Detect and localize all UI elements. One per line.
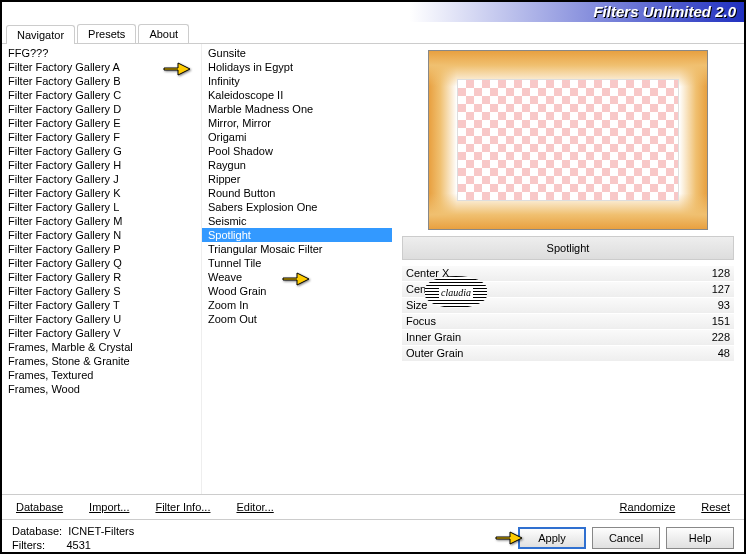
filter-item[interactable]: Wood Grain — [202, 284, 392, 298]
apply-button[interactable]: Apply — [518, 527, 586, 549]
status-filters-count: Filters: 4531 — [12, 538, 512, 552]
editor-link[interactable]: Editor... — [232, 499, 277, 515]
category-item[interactable]: Filter Factory Gallery B — [2, 74, 201, 88]
category-item[interactable]: Filter Factory Gallery H — [2, 158, 201, 172]
filter-item[interactable]: Infinity — [202, 74, 392, 88]
category-item[interactable]: Filter Factory Gallery N — [2, 228, 201, 242]
watermark-stamp: claudia — [425, 276, 487, 308]
parameter-value: 93 — [718, 299, 730, 311]
category-item[interactable]: Frames, Wood — [2, 382, 201, 396]
parameter-row[interactable]: Inner Grain228 — [402, 330, 734, 345]
parameter-row[interactable]: Outer Grain48 — [402, 346, 734, 361]
filter-item[interactable]: Holidays in Egypt — [202, 60, 392, 74]
link-bar: Database Import... Filter Info... Editor… — [2, 494, 744, 519]
category-item[interactable]: Frames, Marble & Crystal — [2, 340, 201, 354]
filter-item[interactable]: Kaleidoscope II — [202, 88, 392, 102]
filter-item[interactable]: Zoom Out — [202, 312, 392, 326]
filter-item[interactable]: Pool Shadow — [202, 144, 392, 158]
category-item[interactable]: Frames, Textured — [2, 368, 201, 382]
cancel-button[interactable]: Cancel — [592, 527, 660, 549]
filter-item[interactable]: Weave — [202, 270, 392, 284]
parameter-value: 228 — [712, 331, 730, 343]
status-bar: Database: ICNET-Filters Filters: 4531 Ap… — [2, 519, 744, 554]
category-item[interactable]: Frames, Stone & Granite — [2, 354, 201, 368]
filter-item[interactable]: Gunsite — [202, 46, 392, 60]
database-link[interactable]: Database — [12, 499, 67, 515]
right-panel: Spotlight Center X128Center Y127Size93Fo… — [392, 44, 744, 494]
tab-strip: Navigator Presets About — [2, 24, 744, 44]
tab-navigator[interactable]: Navigator — [6, 25, 75, 44]
category-item[interactable]: Filter Factory Gallery F — [2, 130, 201, 144]
parameter-value: 48 — [718, 347, 730, 359]
parameter-value: 151 — [712, 315, 730, 327]
filter-item[interactable]: Seismic — [202, 214, 392, 228]
category-item[interactable]: Filter Factory Gallery L — [2, 200, 201, 214]
filter-item[interactable]: Triangular Mosaic Filter — [202, 242, 392, 256]
parameter-label: Inner Grain — [406, 331, 461, 343]
category-item[interactable]: Filter Factory Gallery P — [2, 242, 201, 256]
title-bar: Filters Unlimited 2.0 — [2, 2, 744, 22]
status-database: Database: ICNET-Filters — [12, 524, 512, 538]
filter-item[interactable]: Spotlight — [202, 228, 392, 242]
parameter-label: Outer Grain — [406, 347, 463, 359]
category-item[interactable]: Filter Factory Gallery D — [2, 102, 201, 116]
category-item[interactable]: FFG??? — [2, 46, 201, 60]
category-item[interactable]: Filter Factory Gallery Q — [2, 256, 201, 270]
category-item[interactable]: Filter Factory Gallery M — [2, 214, 201, 228]
filter-item[interactable]: Zoom In — [202, 298, 392, 312]
current-filter-name: Spotlight — [403, 242, 733, 254]
category-item[interactable]: Filter Factory Gallery E — [2, 116, 201, 130]
filter-item[interactable]: Tunnel Tile — [202, 256, 392, 270]
category-item[interactable]: Filter Factory Gallery V — [2, 326, 201, 340]
category-item[interactable]: Filter Factory Gallery G — [2, 144, 201, 158]
filter-item[interactable]: Marble Madness One — [202, 102, 392, 116]
randomize-link[interactable]: Randomize — [616, 499, 680, 515]
category-item[interactable]: Filter Factory Gallery C — [2, 88, 201, 102]
category-item[interactable]: Filter Factory Gallery A — [2, 60, 201, 74]
tab-presets[interactable]: Presets — [77, 24, 136, 43]
parameter-label: Size — [406, 299, 427, 311]
parameter-value: 128 — [712, 267, 730, 279]
category-item[interactable]: Filter Factory Gallery J — [2, 172, 201, 186]
filter-list[interactable]: GunsiteHolidays in EgyptInfinityKaleidos… — [202, 44, 392, 494]
tab-about[interactable]: About — [138, 24, 189, 43]
filter-name-bar: Spotlight — [402, 236, 734, 260]
category-item[interactable]: Filter Factory Gallery K — [2, 186, 201, 200]
parameter-row[interactable]: Focus151 — [402, 314, 734, 329]
help-button[interactable]: Help — [666, 527, 734, 549]
category-item[interactable]: Filter Factory Gallery S — [2, 284, 201, 298]
category-item[interactable]: Filter Factory Gallery R — [2, 270, 201, 284]
filter-item[interactable]: Mirror, Mirror — [202, 116, 392, 130]
app-title: Filters Unlimited 2.0 — [593, 3, 736, 20]
filter-info-link[interactable]: Filter Info... — [151, 499, 214, 515]
filter-item[interactable]: Origami — [202, 130, 392, 144]
filter-item[interactable]: Ripper — [202, 172, 392, 186]
import-link[interactable]: Import... — [85, 499, 133, 515]
category-item[interactable]: Filter Factory Gallery U — [2, 312, 201, 326]
category-item[interactable]: Filter Factory Gallery T — [2, 298, 201, 312]
category-list[interactable]: FFG???Filter Factory Gallery AFilter Fac… — [2, 44, 202, 494]
parameter-label: Focus — [406, 315, 436, 327]
preview-checker — [457, 79, 679, 201]
main-area: FFG???Filter Factory Gallery AFilter Fac… — [2, 44, 744, 494]
reset-link[interactable]: Reset — [697, 499, 734, 515]
filter-item[interactable]: Raygun — [202, 158, 392, 172]
preview-image — [428, 50, 708, 230]
parameter-value: 127 — [712, 283, 730, 295]
filter-item[interactable]: Round Button — [202, 186, 392, 200]
filter-item[interactable]: Sabers Explosion One — [202, 200, 392, 214]
